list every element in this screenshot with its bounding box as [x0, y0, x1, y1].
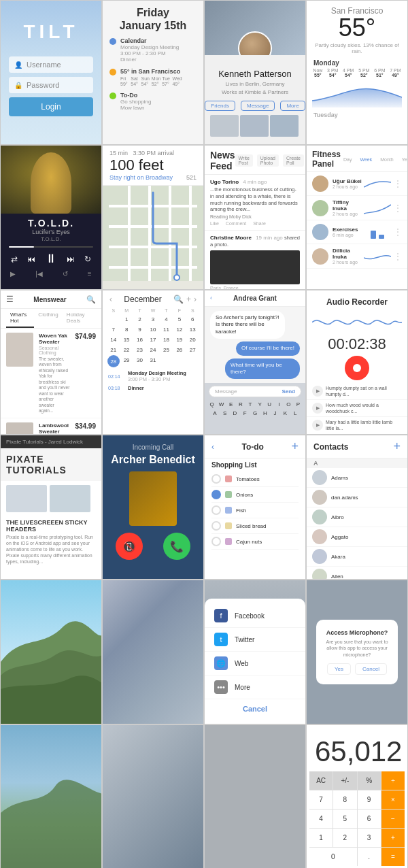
dec-prev-icon[interactable]: ‹ [109, 295, 112, 304]
contact-item-aggato[interactable]: Aggato [307, 527, 407, 547]
shop-tab-clothing[interactable]: Clothing [34, 309, 62, 328]
calc-btn-8[interactable]: 8 [333, 790, 356, 809]
shuffle-icon[interactable]: ⇄ [11, 254, 18, 264]
calc-btn-multiply[interactable]: × [381, 790, 405, 809]
dec-day-25[interactable]: 25 [160, 345, 173, 355]
fitness-tab-day[interactable]: Day [341, 156, 354, 163]
dec-next-icon[interactable]: › [194, 295, 197, 304]
dec-day-31[interactable]: 31 [146, 355, 159, 367]
calc-btn-add[interactable]: + [381, 829, 405, 847]
fitness-menu-1[interactable]: ⋮ [394, 179, 402, 188]
calc-btn-1[interactable]: 1 [309, 829, 333, 847]
play-pause-icon[interactable]: ⏸ [45, 252, 57, 266]
todo-checkbox-4[interactable] [211, 521, 221, 531]
calc-btn-percent[interactable]: % [358, 771, 381, 790]
perm-yes-btn[interactable]: Yes [327, 663, 351, 675]
audio-play-3[interactable]: ▶ [312, 420, 323, 431]
calc-btn-plusminus[interactable]: +/- [333, 771, 356, 790]
calendar-item-todo[interactable]: To-Do Go shopping Mow lawn [103, 89, 203, 114]
decline-call-button[interactable]: 📵 [116, 533, 143, 560]
dec-day-4[interactable]: 4 [160, 314, 173, 324]
list-icon[interactable]: ≡ [88, 270, 92, 278]
contact-item-akara[interactable]: Akara [307, 547, 407, 567]
contact-item-albro[interactable]: Albro [307, 507, 407, 527]
todo-checkbox-2[interactable] [211, 490, 221, 499]
dec-day-16[interactable]: 16 [133, 335, 146, 345]
login-button[interactable]: Login [9, 97, 93, 116]
chat-back-icon[interactable]: ‹ [210, 295, 212, 301]
dec-add-icon[interactable]: + [186, 295, 191, 304]
like-btn[interactable]: Like [210, 221, 219, 226]
fitness-tab-week[interactable]: Week [357, 156, 375, 163]
dec-day-7[interactable]: 7 [107, 324, 120, 335]
shop-search-icon[interactable]: 🔍 [86, 295, 96, 304]
dec-day-15[interactable]: 15 [120, 335, 133, 345]
comment-btn[interactable]: Comment [226, 221, 246, 226]
dec-day-12[interactable]: 12 [173, 324, 186, 335]
fitness-menu-2[interactable]: ⋮ [394, 203, 402, 213]
chat-input-row[interactable]: Message Send [209, 386, 301, 397]
dec-day-6[interactable]: 6 [186, 314, 199, 324]
accept-call-button[interactable]: 📞 [163, 533, 190, 560]
map-area[interactable] [103, 186, 203, 281]
fitness-menu-4[interactable]: ⋮ [394, 252, 402, 261]
dec-day-8[interactable]: 8 [120, 324, 133, 335]
dec-day-21[interactable]: 21 [107, 345, 120, 355]
dec-day-1[interactable]: 1 [120, 314, 133, 324]
dec-day-29[interactable]: 29 [120, 355, 133, 367]
skip-back-icon[interactable]: |◀ [35, 270, 43, 278]
contact-item-dan-adams[interactable]: dan.adams [307, 488, 407, 507]
calc-btn-3[interactable]: 3 [358, 829, 381, 847]
calc-btn-ac[interactable]: AC [309, 771, 333, 790]
audio-play-2[interactable]: ▶ [312, 403, 323, 414]
pixate-thumb-1[interactable] [6, 485, 47, 512]
dec-day-17[interactable]: 17 [146, 335, 159, 345]
dec-day-14[interactable]: 14 [107, 335, 120, 345]
dec-day-22[interactable]: 22 [120, 345, 133, 355]
chat-send-btn[interactable]: Send [282, 388, 295, 395]
dec-day-19[interactable]: 19 [173, 335, 186, 345]
dec-day-18[interactable]: 18 [160, 335, 173, 345]
dec-day-9[interactable]: 9 [133, 324, 146, 335]
calc-btn-equals[interactable]: = [381, 848, 405, 866]
calendar-item-weather[interactable]: 55° in San Francisco FriSatSunMonTueWed … [103, 65, 203, 89]
share-item-twitter[interactable]: t Twitter [205, 628, 305, 652]
dec-search-icon[interactable]: 🔍 [173, 295, 184, 304]
dec-day-27[interactable]: 27 [186, 345, 199, 355]
share-item-web[interactable]: 🌐 Web [205, 652, 305, 675]
kenneth-friends-btn[interactable]: Friends [205, 101, 235, 111]
calendar-item-meeting[interactable]: Calendar Monday Design Meeting 3:00 PM -… [103, 35, 203, 65]
calc-btn-6[interactable]: 6 [358, 809, 381, 828]
dec-day-20[interactable]: 20 [186, 335, 199, 345]
audio-play-1[interactable]: ▶ [312, 386, 323, 397]
loop-icon[interactable]: ↺ [63, 270, 68, 278]
prev-icon[interactable]: ⏮ [27, 254, 35, 264]
dec-day-3[interactable]: 3 [146, 314, 159, 324]
calc-btn-5[interactable]: 5 [333, 809, 356, 828]
kenneth-message-btn[interactable]: Message [241, 101, 275, 111]
todo-back-icon[interactable]: ‹ [211, 442, 214, 452]
share-item-more[interactable]: ••• More [205, 675, 305, 699]
dec-day-30[interactable]: 30 [133, 355, 146, 367]
calc-btn-2[interactable]: 2 [333, 829, 356, 847]
fitness-tab-month[interactable]: Month [377, 156, 396, 163]
perm-cancel-btn[interactable]: Cancel [355, 663, 387, 675]
contacts-add-icon[interactable]: + [393, 439, 401, 454]
username-row[interactable]: 👤 Username [9, 56, 93, 73]
shop-tab-hot[interactable]: What's Hot [6, 309, 34, 328]
pixate-thumb-2[interactable] [50, 485, 90, 512]
dec-day-28-today[interactable]: 28 [107, 355, 120, 367]
calc-btn-0[interactable]: 0 [309, 848, 357, 866]
dec-day-26[interactable]: 26 [173, 345, 186, 355]
calc-btn-subtract[interactable]: − [381, 809, 405, 828]
contact-item-adams[interactable]: Adams [307, 468, 407, 488]
calc-btn-9[interactable]: 9 [358, 790, 381, 809]
calc-btn-decimal[interactable]: . [358, 848, 381, 866]
calc-btn-4[interactable]: 4 [309, 809, 333, 828]
dec-day-13[interactable]: 13 [186, 324, 199, 335]
calc-btn-divide[interactable]: ÷ [381, 771, 405, 790]
calc-btn-7[interactable]: 7 [309, 790, 333, 809]
repeat-icon[interactable]: ↻ [84, 254, 91, 264]
dec-day-5[interactable]: 5 [173, 314, 186, 324]
shop-menu-icon[interactable]: ☰ [6, 295, 14, 304]
